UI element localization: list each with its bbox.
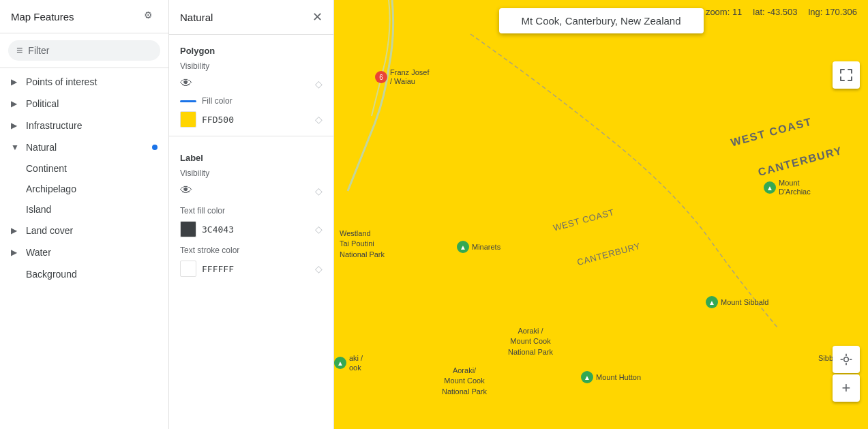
poi-icon-green: ▲ bbox=[764, 181, 776, 194]
sidebar-subitem-island[interactable]: Island bbox=[0, 199, 168, 220]
poi-label: MountD'Archiac bbox=[779, 179, 811, 196]
text-stroke-color-swatch bbox=[180, 261, 196, 277]
fill-color-swatch bbox=[180, 111, 196, 128]
sidebar-item-label: Water bbox=[26, 247, 51, 258]
diamond-icon[interactable]: ◇ bbox=[315, 263, 323, 274]
poi-aoraki-left: ▲ aki /ook bbox=[334, 353, 363, 373]
middle-panel: Natural ✕ Polygon Visibility 👁 ◇ Fill co… bbox=[169, 0, 334, 429]
poi-icon-green: ▲ bbox=[457, 241, 469, 253]
poi-icon-green: ▲ bbox=[706, 296, 718, 308]
sidebar-item-label: Land cover bbox=[26, 225, 73, 236]
sidebar-item-label: Background bbox=[26, 269, 77, 280]
label-section-label: Label bbox=[169, 142, 333, 168]
map-controls: + bbox=[833, 346, 860, 402]
sidebar-item-label: Points of interest bbox=[26, 76, 97, 87]
poi-mount-darchiac: ▲ MountD'Archiac bbox=[764, 179, 811, 196]
location-button[interactable] bbox=[833, 346, 860, 373]
sidebar-subitem-label: Archipelago bbox=[26, 183, 76, 194]
chevron-right-icon: ▶ bbox=[11, 99, 20, 108]
chevron-right-icon: ▶ bbox=[11, 248, 20, 257]
poi-minarets: ▲ Minarets bbox=[457, 241, 500, 253]
poi-label: WestlandTai PoutiniNational Park bbox=[340, 228, 385, 260]
gear-icon[interactable]: ⚙ bbox=[144, 10, 158, 23]
diamond-icon[interactable]: ◇ bbox=[315, 224, 323, 235]
poi-icon-green: ▲ bbox=[334, 357, 346, 369]
zoom-in-button[interactable]: + bbox=[833, 374, 860, 402]
sidebar-item-label: Infrastructure bbox=[26, 120, 82, 131]
color-row-inner: FFD500 bbox=[180, 111, 234, 128]
map-area[interactable]: zoom: 11 lat: -43.503 lng: 170.306 Mt Co… bbox=[334, 0, 868, 429]
chevron-right-icon: ▶ bbox=[11, 121, 20, 130]
text-fill-color-row[interactable]: 3C4043 ◇ bbox=[169, 218, 333, 240]
chevron-right-icon: ▶ bbox=[11, 77, 20, 87]
sidebar-item-political[interactable]: ▶ Political bbox=[0, 93, 168, 115]
text-stroke-color-row[interactable]: FFFFFF ◇ bbox=[169, 258, 333, 280]
fill-color-label: Fill color bbox=[202, 96, 233, 106]
middle-header: Natural ✕ bbox=[169, 0, 333, 35]
panel-header: Map Features ⚙ bbox=[0, 0, 168, 33]
sidebar-item-points-of-interest[interactable]: ▶ Points of interest bbox=[0, 71, 168, 93]
panel-title: Map Features bbox=[11, 11, 74, 23]
poi-label: Minarets bbox=[472, 243, 500, 251]
sidebar-item-infrastructure[interactable]: ▶ Infrastructure bbox=[0, 115, 168, 136]
color-row-inner: Fill color bbox=[180, 96, 233, 106]
text-stroke-color-label: Text stroke color bbox=[169, 240, 333, 258]
color-row-inner: 3C4043 bbox=[180, 221, 234, 237]
diamond-icon[interactable]: ◇ bbox=[315, 114, 323, 125]
lat-label: lat: -43.503 bbox=[753, 7, 797, 17]
sidebar-item-label: Political bbox=[26, 98, 59, 109]
chevron-right-icon: ▶ bbox=[11, 226, 20, 235]
poi-icon-red: 6 bbox=[375, 71, 387, 83]
map-topbar: zoom: 11 lat: -43.503 lng: 170.306 bbox=[695, 0, 868, 24]
nav-list: ▶ Points of interest ▶ Political ▶ Infra… bbox=[0, 68, 168, 429]
label-visibility-row: 👁 ◇ bbox=[169, 181, 333, 201]
poi-label: Aoraki/Mount CookNational Park bbox=[442, 366, 487, 397]
text-stroke-color-code: FFFFFF bbox=[202, 264, 234, 274]
poi-aoraki-1: Aoraki /Mount CookNational Park bbox=[508, 326, 553, 357]
sidebar-item-water[interactable]: ▶ Water bbox=[0, 241, 168, 263]
filter-input[interactable]: ≡ Filter bbox=[8, 40, 160, 61]
sidebar-item-natural[interactable]: ▼ Natural bbox=[0, 136, 168, 158]
text-fill-color-swatch bbox=[180, 221, 196, 237]
poi-label: Mount Sibbald bbox=[721, 298, 768, 306]
sidebar-item-land-cover[interactable]: ▶ Land cover bbox=[0, 220, 168, 241]
poi-label: aki /ook bbox=[349, 353, 363, 373]
zoom-label: zoom: 11 bbox=[706, 7, 742, 17]
sidebar-item-background[interactable]: ▶ Background bbox=[0, 263, 168, 285]
visibility-label: Visibility bbox=[169, 61, 333, 74]
svg-point-0 bbox=[844, 357, 849, 362]
polygon-fill-color-row: Fill color bbox=[169, 93, 333, 108]
active-dot bbox=[152, 145, 158, 150]
filter-placeholder: Filter bbox=[28, 45, 49, 56]
label-visibility-label: Visibility bbox=[169, 168, 333, 181]
sidebar-subitem-label: Continent bbox=[26, 163, 67, 174]
polygon-section-label: Polygon bbox=[169, 35, 333, 61]
poi-westland: WestlandTai PoutiniNational Park bbox=[340, 228, 385, 260]
chevron-down-icon: ▼ bbox=[11, 143, 20, 152]
fullscreen-button[interactable] bbox=[833, 61, 860, 89]
poi-label: Aoraki /Mount CookNational Park bbox=[508, 326, 553, 357]
poi-aoraki-2: Aoraki/Mount CookNational Park bbox=[442, 366, 487, 397]
poi-icon-green: ▲ bbox=[581, 371, 593, 383]
filter-bar: ≡ Filter bbox=[0, 33, 168, 68]
lat-value: -43.503 bbox=[767, 7, 797, 17]
polygon-visibility-row: 👁 ◇ bbox=[169, 74, 333, 93]
sidebar-subitem-continent[interactable]: Continent bbox=[0, 158, 168, 179]
lng-value: 170.306 bbox=[825, 7, 857, 17]
filter-icon: ≡ bbox=[16, 44, 23, 57]
sidebar-subitem-archipelago[interactable]: Archipelago bbox=[0, 179, 168, 199]
lng-label: lng: 170.306 bbox=[808, 7, 857, 17]
poi-label: Mount Hutton bbox=[596, 373, 641, 381]
diamond-icon[interactable]: ◇ bbox=[315, 186, 323, 196]
text-fill-color-code: 3C4043 bbox=[202, 224, 234, 235]
eye-icon[interactable]: 👁 bbox=[180, 76, 192, 91]
polygon-color-value-row[interactable]: FFD500 ◇ bbox=[169, 108, 333, 130]
fill-color-code: FFD500 bbox=[202, 115, 234, 125]
diamond-icon[interactable]: ◇ bbox=[315, 78, 323, 89]
eye-icon[interactable]: 👁 bbox=[180, 183, 192, 198]
poi-franz-josef: 6 Franz Josef/ Waiau bbox=[375, 68, 429, 86]
search-box-text: Mt Cook, Canterbury, New Zealand bbox=[522, 15, 681, 27]
search-box[interactable]: Mt Cook, Canterbury, New Zealand bbox=[499, 8, 704, 33]
close-icon[interactable]: ✕ bbox=[312, 10, 323, 25]
sidebar-item-label: Natural bbox=[26, 142, 57, 153]
